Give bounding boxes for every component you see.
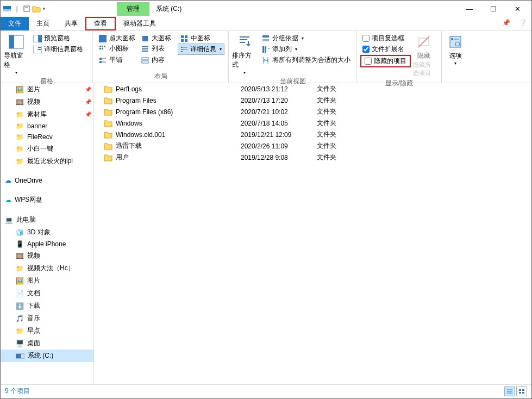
- item-checkboxes-toggle[interactable]: 项目复选框: [360, 33, 411, 43]
- file-row[interactable]: 用户2019/12/28 9:08文件夹: [94, 152, 531, 163]
- view-tiles-button[interactable]: 平铺: [96, 55, 139, 65]
- minimize-button[interactable]: —: [458, 2, 481, 15]
- folder-icon: 📁: [16, 122, 24, 130]
- svg-rect-41: [262, 46, 264, 53]
- view-list-button[interactable]: 列表: [139, 43, 178, 54]
- view-details-button[interactable]: 详细信息▾: [178, 43, 224, 55]
- maximize-button[interactable]: ☐: [481, 2, 505, 15]
- hidden-items-checkbox[interactable]: [365, 58, 372, 65]
- folder-icon: [104, 131, 112, 139]
- nav-filerecv[interactable]: 📁FileRecv: [1, 132, 93, 142]
- view-extra-large-button[interactable]: 超大图标: [96, 33, 139, 43]
- navigation-pane[interactable]: 🖼️图片📌 🎞️视频📌 📁素材库📌 📁banner 📁FileRecv 📁小白一…: [1, 83, 94, 384]
- status-bar: 9 个项目: [1, 384, 531, 397]
- options-button[interactable]: 选项 ▾: [444, 32, 467, 67]
- nav-zaodian[interactable]: 📁早点: [1, 325, 93, 337]
- view-medium-button[interactable]: 中图标: [178, 33, 217, 43]
- file-row[interactable]: Program Files2020/7/13 17:20文件夹: [94, 95, 531, 106]
- svg-rect-12: [142, 36, 148, 41]
- nav-this-pc[interactable]: 💻此电脑: [1, 214, 93, 226]
- svg-rect-28: [183, 49, 187, 50]
- nav-videos[interactable]: 🎞️视频📌: [1, 96, 93, 108]
- nav-desktop[interactable]: 🖥️桌面: [1, 337, 93, 350]
- view-small-button[interactable]: 小图标: [96, 43, 139, 54]
- svg-rect-2: [24, 6, 29, 11]
- nav-video-dafa[interactable]: 📁视频大法（Hc）: [1, 262, 93, 275]
- file-ext-toggle[interactable]: 文件扩展名: [360, 44, 411, 54]
- svg-rect-27: [181, 49, 183, 50]
- new-folder-icon[interactable]: [32, 4, 41, 13]
- pin-ribbon-icon[interactable]: 📌: [498, 17, 515, 30]
- tab-share[interactable]: 共享: [57, 17, 85, 30]
- view-switch-icons[interactable]: [516, 386, 527, 396]
- nav-music[interactable]: 🎵音乐: [1, 312, 93, 325]
- svg-rect-33: [102, 61, 106, 63]
- pin-icon: 📌: [85, 86, 91, 92]
- nav-downloads[interactable]: ⬇️下载: [1, 300, 93, 312]
- file-name: Windows: [116, 120, 142, 127]
- view-switch-details[interactable]: [504, 386, 515, 396]
- pictures-icon: 🖼️: [16, 277, 24, 285]
- view-content-button[interactable]: 内容: [139, 55, 178, 65]
- nav-material[interactable]: 📁素材库📌: [1, 108, 93, 121]
- nav-xiaobai[interactable]: 📁小白一键: [1, 142, 93, 155]
- file-type: 文件夹: [317, 141, 371, 151]
- options-icon: [447, 33, 464, 51]
- preview-pane-button[interactable]: 预览窗格: [31, 33, 85, 43]
- videos-icon: 🎞️: [16, 98, 24, 106]
- file-row[interactable]: Windows2020/7/18 14:05文件夹: [94, 117, 531, 129]
- nav-system-c[interactable]: 系统 (C:): [1, 350, 93, 362]
- qat-divider: |: [12, 4, 21, 13]
- nav-3d[interactable]: 🧊3D 对象: [1, 226, 93, 239]
- tab-view[interactable]: 查看: [85, 17, 116, 30]
- svg-rect-10: [38, 49, 41, 50]
- nav-videos2[interactable]: 🎞️视频: [1, 250, 93, 262]
- explorer-icon: [3, 4, 11, 13]
- file-name: Windows.old.001: [116, 131, 165, 139]
- group-by-button[interactable]: 分组依据▾: [259, 33, 353, 43]
- help-icon[interactable]: ❔: [515, 17, 531, 30]
- nav-iphone[interactable]: 📱Apple iPhone: [1, 239, 93, 250]
- item-checkboxes-checkbox[interactable]: [362, 35, 370, 42]
- svg-rect-30: [99, 58, 102, 60]
- nav-pictures[interactable]: 🖼️图片📌: [1, 83, 93, 96]
- file-date: 2019/12/28 9:08: [241, 154, 317, 161]
- tab-file[interactable]: 文件: [1, 17, 29, 30]
- context-tab-manage[interactable]: 管理: [117, 2, 149, 16]
- size-all-columns-button[interactable]: 将所有列调整为合适的大小: [259, 55, 353, 65]
- nav-banner[interactable]: 📁banner: [1, 121, 93, 132]
- window-title: 系统 (C:): [156, 4, 181, 14]
- file-row[interactable]: 迅雷下载2020/2/26 11:09文件夹: [94, 140, 531, 152]
- close-button[interactable]: ✕: [505, 2, 529, 15]
- file-list[interactable]: PerfLogs2020/5/13 21:12文件夹Program Files2…: [94, 83, 531, 384]
- file-type: 文件夹: [317, 96, 371, 105]
- tab-home[interactable]: 主页: [29, 17, 57, 30]
- nav-recent[interactable]: 📁最近比较火的ipl: [1, 155, 93, 167]
- file-row[interactable]: PerfLogs2020/5/13 21:12文件夹: [94, 83, 531, 95]
- nav-pictures2[interactable]: 🖼️图片: [1, 275, 93, 287]
- svg-rect-26: [183, 47, 187, 48]
- file-ext-checkbox[interactable]: [362, 46, 370, 53]
- tiles-icon: [98, 56, 107, 65]
- nav-pane-button[interactable]: 导航窗格 ▾: [3, 32, 30, 76]
- details-icon: [180, 45, 188, 54]
- svg-rect-34: [142, 58, 148, 60]
- file-date: 2020/5/13 21:12: [241, 85, 317, 93]
- hide-selected-button[interactable]: 隐藏 隐藏所选项目: [412, 32, 436, 78]
- nav-onedrive[interactable]: ☁OneDrive: [1, 175, 93, 186]
- view-large-button[interactable]: 大图标: [139, 33, 178, 43]
- sort-by-button[interactable]: 排序方式 ▾: [231, 32, 258, 76]
- properties-icon[interactable]: [22, 4, 31, 13]
- nav-documents[interactable]: 📄文档: [1, 287, 93, 300]
- nav-wps[interactable]: ☁WPS网盘: [1, 194, 93, 206]
- tab-drive-tools[interactable]: 驱动器工具: [116, 17, 164, 30]
- file-row[interactable]: Program Files (x86)2020/7/21 10:02文件夹: [94, 106, 531, 117]
- file-row[interactable]: Windows.old.0012019/12/21 12:09文件夹: [94, 129, 531, 140]
- qat-dropdown-icon[interactable]: ▼: [42, 7, 46, 11]
- hidden-items-toggle[interactable]: 隐藏的项目: [362, 56, 409, 66]
- add-columns-button[interactable]: +添加列▾: [259, 44, 353, 54]
- add-columns-icon: +: [261, 45, 270, 54]
- svg-rect-57: [519, 389, 521, 391]
- folder-icon: [104, 154, 112, 161]
- details-pane-button[interactable]: 详细信息窗格: [31, 44, 85, 54]
